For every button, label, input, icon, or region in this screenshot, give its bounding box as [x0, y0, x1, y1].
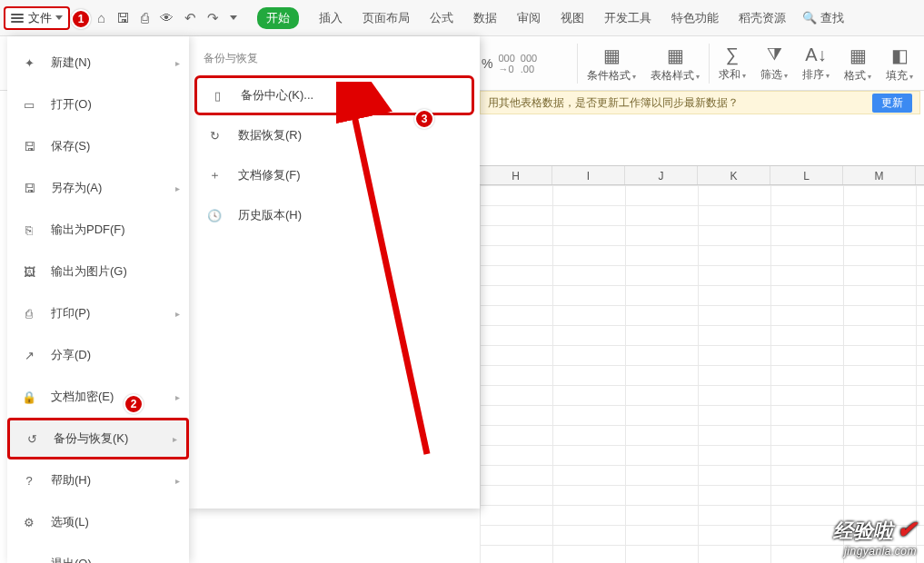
- print-icon[interactable]: ⎙: [141, 10, 149, 25]
- col-header[interactable]: K: [698, 166, 770, 184]
- submenu-item[interactable]: 🕓历史版本(H): [189, 195, 480, 235]
- grid-icon: ▦: [849, 44, 867, 66]
- menu-item-icon: 🖼: [20, 265, 38, 279]
- submenu-item-icon: ▯: [208, 89, 226, 103]
- top-toolbar: 文件 ⌂ 🖫 ⎙ 👁 ↶ ↷ 开始 插入 页面布局 公式 数据 审阅 视图 开发…: [0, 0, 924, 36]
- search-icon: 🔍: [802, 11, 817, 25]
- menu-item-label: 退出(Q): [51, 556, 92, 563]
- update-notice-bar: 用其他表格数据，是否更新工作簿以同步最新数据？ 更新: [480, 91, 920, 114]
- column-headers: H I J K L M N: [480, 165, 924, 185]
- col-header[interactable]: I: [552, 166, 625, 184]
- sort-icon: A↓: [805, 44, 826, 65]
- tab-review[interactable]: 审阅: [517, 10, 541, 26]
- file-menu-item[interactable]: ✦新建(N)▸: [7, 42, 189, 84]
- file-menu-item[interactable]: ▭打开(O): [7, 84, 189, 125]
- file-menu-label: 文件: [28, 10, 52, 26]
- file-menu-item[interactable]: 🖼输出为图片(G): [7, 251, 189, 292]
- sum-button[interactable]: ∑求和▾: [711, 44, 753, 83]
- update-button[interactable]: 更新: [872, 94, 912, 113]
- ribbon-tabs: 开始 插入 页面布局 公式 数据 审阅 视图 开发工具 特色功能 稻壳资源: [257, 0, 786, 35]
- menu-item-icon: ⎙: [20, 307, 38, 321]
- file-menu-button[interactable]: 文件: [4, 6, 70, 30]
- file-menu-item[interactable]: ↗分享(D): [7, 334, 189, 376]
- annotation-badge-2: 2: [124, 394, 144, 414]
- home-icon[interactable]: ⌂: [97, 10, 105, 25]
- tab-insert[interactable]: 插入: [319, 10, 343, 26]
- backup-submenu: 备份与恢复 ▯备份中心(K)...↻数据恢复(R)＋文档修复(F)🕓历史版本(H…: [189, 36, 480, 509]
- menu-item-label: 分享(D): [51, 347, 91, 363]
- tab-view[interactable]: 视图: [561, 10, 584, 26]
- percent-icon[interactable]: %: [482, 56, 492, 71]
- sort-button[interactable]: A↓排序▾: [795, 44, 837, 83]
- menu-item-icon: ▭: [20, 98, 38, 112]
- cell-grid[interactable]: [480, 185, 924, 563]
- file-menu-item[interactable]: ⚙选项(L): [7, 501, 189, 543]
- fill-button[interactable]: ◧填充▾: [879, 44, 920, 84]
- filter-button[interactable]: ⧩筛选▾: [753, 44, 795, 83]
- separator: [577, 44, 578, 84]
- grid-icon: ▦: [667, 44, 684, 66]
- find-button[interactable]: 🔍 查找: [802, 10, 844, 26]
- inc-decimal[interactable]: 000→0: [498, 53, 514, 74]
- file-menu-item[interactable]: 🔒文档加密(E)▸: [7, 376, 189, 418]
- tab-layout[interactable]: 页面布局: [363, 10, 410, 26]
- quick-access-toolbar: ⌂ 🖫 ⎙ 👁 ↶ ↷: [97, 10, 237, 26]
- file-menu-item[interactable]: ?帮助(H)▸: [7, 459, 189, 501]
- menu-item-icon: ↗: [20, 349, 38, 362]
- submenu-item[interactable]: ▯备份中心(K)...: [194, 75, 474, 115]
- format-button[interactable]: ▦格式▾: [837, 44, 879, 84]
- tab-resource[interactable]: 稻壳资源: [739, 10, 786, 26]
- save-icon[interactable]: 🖫: [116, 10, 130, 25]
- file-menu: ✦新建(N)▸▭打开(O)🖫保存(S)🖫另存为(A)▸⎘输出为PDF(F)🖼输出…: [7, 36, 189, 563]
- menu-item-label: 新建(N): [51, 54, 91, 71]
- submenu-item-label: 备份中心(K)...: [241, 87, 313, 104]
- qat-more-icon[interactable]: [230, 15, 237, 20]
- file-menu-item[interactable]: ⎙打印(P)▸: [7, 292, 189, 334]
- redo-icon[interactable]: ↷: [207, 10, 219, 26]
- tab-data[interactable]: 数据: [473, 10, 497, 26]
- dec-decimal[interactable]: 000.00: [521, 53, 537, 74]
- submenu-item-icon: 🕓: [205, 209, 224, 222]
- file-menu-item[interactable]: →退出(Q): [7, 543, 189, 563]
- separator: [709, 44, 710, 84]
- menu-item-label: 选项(L): [51, 514, 89, 530]
- tab-feature[interactable]: 特色功能: [671, 10, 719, 26]
- menu-item-label: 文档加密(E): [51, 389, 114, 405]
- col-header[interactable]: N: [916, 166, 924, 184]
- menu-item-label: 备份与恢复(K): [54, 430, 128, 447]
- col-header[interactable]: L: [770, 166, 843, 184]
- preview-icon[interactable]: 👁: [160, 10, 174, 25]
- submenu-item[interactable]: ＋文档修复(F): [189, 155, 480, 195]
- tab-formula[interactable]: 公式: [430, 10, 453, 26]
- menu-item-label: 打开(O): [51, 96, 92, 113]
- cond-format-button[interactable]: ▦条件格式▾: [580, 44, 643, 84]
- menu-item-label: 输出为图片(G): [51, 263, 127, 280]
- tab-start[interactable]: 开始: [257, 7, 299, 29]
- menu-item-icon: ⚙: [20, 516, 38, 529]
- file-menu-item[interactable]: ↺备份与恢复(K)▸: [7, 418, 189, 459]
- menu-item-icon: ✦: [20, 56, 38, 70]
- ribbon-right-groups: ▦条件格式▾ ▦表格样式▾ ∑求和▾ ⧩筛选▾ A↓排序▾ ▦格式▾ ◧填充▾: [575, 36, 920, 91]
- check-icon: ✔: [897, 516, 917, 543]
- table-style-button[interactable]: ▦表格样式▾: [643, 44, 707, 84]
- number-format-group: % 000→0 000.00: [482, 36, 537, 91]
- col-header[interactable]: H: [480, 166, 552, 184]
- menu-item-icon: →: [20, 558, 38, 564]
- menu-item-icon: ⎘: [20, 223, 38, 237]
- tab-dev[interactable]: 开发工具: [604, 10, 651, 26]
- menu-item-icon: 🖫: [20, 182, 38, 195]
- col-header[interactable]: M: [843, 166, 916, 184]
- menu-item-label: 保存(S): [51, 138, 90, 154]
- menu-item-icon: 🔒: [20, 390, 38, 404]
- grid-icon: ▦: [603, 44, 621, 66]
- file-menu-item[interactable]: 🖫另存为(A)▸: [7, 167, 189, 209]
- annotation-badge-1: 1: [71, 9, 91, 29]
- chevron-right-icon: ▸: [175, 309, 180, 319]
- submenu-item[interactable]: ↻数据恢复(R): [189, 115, 480, 155]
- menu-item-icon: 🖫: [20, 140, 38, 153]
- col-header[interactable]: J: [625, 166, 698, 184]
- undo-icon[interactable]: ↶: [184, 10, 196, 26]
- caret-down-icon: [55, 15, 63, 20]
- file-menu-item[interactable]: ⎘输出为PDF(F): [7, 209, 189, 251]
- file-menu-item[interactable]: 🖫保存(S): [7, 125, 189, 167]
